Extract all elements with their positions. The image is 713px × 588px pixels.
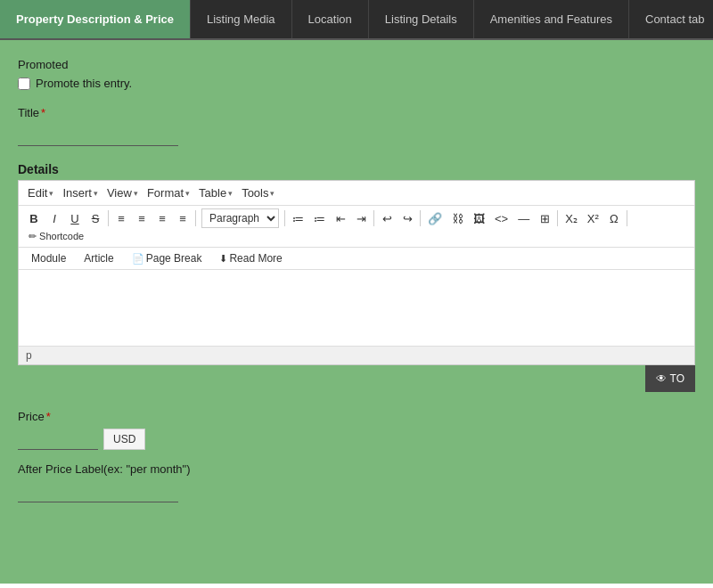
indent-button[interactable]: ⇥: [351, 210, 371, 227]
pagebreak-button[interactable]: 📄Page Break: [125, 250, 209, 266]
outdent-button[interactable]: ⇤: [331, 210, 350, 227]
tab-listing-media[interactable]: Listing Media: [191, 0, 292, 38]
tab-contact[interactable]: Contact tab: [629, 0, 713, 38]
toolbar-sep-5: [420, 210, 421, 226]
article-button[interactable]: Article: [77, 250, 120, 266]
token-button[interactable]: 👁 TO: [645, 365, 695, 392]
editor-statusbar: p: [19, 346, 694, 364]
editor-menu-view[interactable]: View▾: [103, 184, 142, 201]
price-label: Price*: [18, 410, 695, 423]
align-center-button[interactable]: ≡: [132, 210, 152, 227]
promoted-section-label: Promoted: [18, 58, 695, 71]
editor-body[interactable]: [19, 270, 694, 346]
token-button-label: TO: [670, 372, 684, 385]
align-right-button[interactable]: ≡: [152, 210, 172, 227]
italic-button[interactable]: I: [45, 210, 64, 227]
toolbar-sep-1: [108, 210, 109, 226]
paragraph-select[interactable]: Paragraph Heading 1 Heading 2 Heading 3: [201, 208, 279, 228]
toolbar-sep-4: [373, 210, 374, 226]
editor-menu-insert[interactable]: Insert▾: [59, 184, 102, 201]
hr-button[interactable]: —: [513, 210, 534, 227]
tab-listing-details[interactable]: Listing Details: [369, 0, 474, 38]
unlink-button[interactable]: ⛓: [447, 210, 468, 227]
align-left-button[interactable]: ≡: [111, 210, 131, 227]
tab-amenities-features[interactable]: Amenities and Features: [474, 0, 629, 38]
link-button[interactable]: 🔗: [423, 210, 447, 227]
toolbar-sep-2: [195, 210, 196, 226]
editor-container: Edit▾ Insert▾ View▾ Format▾ Table▾ Tools…: [18, 180, 695, 365]
editor-toolbar-format: B I U S ≡ ≡ ≡ ≡ Paragraph Heading 1 Head…: [19, 206, 694, 248]
readmore-button[interactable]: ⬇Read More: [212, 250, 289, 266]
after-price-label: After Price Label(ex: "per month"): [18, 462, 695, 476]
underline-button[interactable]: U: [65, 210, 85, 227]
eye-icon: 👁: [656, 372, 667, 385]
toolbar-sep-7: [627, 210, 627, 226]
price-section: Price* USD After Price Label(ex: "per mo…: [18, 410, 695, 502]
title-label: Title*: [18, 106, 695, 119]
promoted-checkbox-label: Promote this entry.: [36, 77, 132, 90]
after-price-input[interactable]: [18, 481, 178, 502]
undo-button[interactable]: ↩: [377, 210, 397, 227]
module-button[interactable]: Module: [24, 250, 73, 266]
editor-menu-tools[interactable]: Tools▾: [238, 184, 278, 201]
toolbar-sep-6: [557, 210, 558, 226]
toolbar-sep-3: [284, 210, 285, 226]
unordered-list-button[interactable]: ≔: [288, 210, 308, 227]
token-bar: 👁 TO: [18, 365, 695, 392]
image-button[interactable]: 🖼: [469, 210, 489, 227]
price-row: USD: [18, 429, 695, 450]
promoted-row: Promote this entry.: [18, 77, 695, 90]
editor-menu-format[interactable]: Format▾: [143, 184, 193, 201]
price-input[interactable]: [18, 429, 98, 450]
editor-menu-table[interactable]: Table▾: [195, 184, 236, 201]
currency-badge: USD: [103, 429, 145, 450]
align-justify-button[interactable]: ≡: [173, 210, 193, 227]
superscript-button[interactable]: X²: [583, 210, 603, 227]
shortcode-button[interactable]: ✏ Shortcode: [24, 229, 88, 244]
tab-bar: Property Description & Price Listing Med…: [0, 0, 713, 40]
main-content: Promoted Promote this entry. Title* Deta…: [0, 40, 713, 584]
table-insert-button[interactable]: ⊞: [535, 210, 554, 227]
editor-toolbar-modules: Module Article 📄Page Break ⬇Read More: [19, 248, 694, 270]
special-chars-button[interactable]: Ω: [604, 210, 624, 227]
editor-toolbar-menus: Edit▾ Insert▾ View▾ Format▾ Table▾ Tools…: [19, 181, 694, 206]
tab-property-description[interactable]: Property Description & Price: [0, 0, 191, 38]
details-label: Details: [18, 162, 695, 176]
ordered-list-button[interactable]: ≔: [309, 210, 330, 227]
subscript-button[interactable]: X₂: [561, 210, 582, 227]
strikethrough-button[interactable]: S: [86, 210, 105, 227]
redo-button[interactable]: ↪: [397, 210, 417, 227]
promoted-checkbox[interactable]: [18, 78, 30, 90]
editor-menu-edit[interactable]: Edit▾: [24, 184, 57, 201]
bold-button[interactable]: B: [24, 210, 44, 227]
code-button[interactable]: <>: [490, 210, 512, 227]
tab-location[interactable]: Location: [292, 0, 369, 38]
title-input[interactable]: [18, 125, 178, 146]
